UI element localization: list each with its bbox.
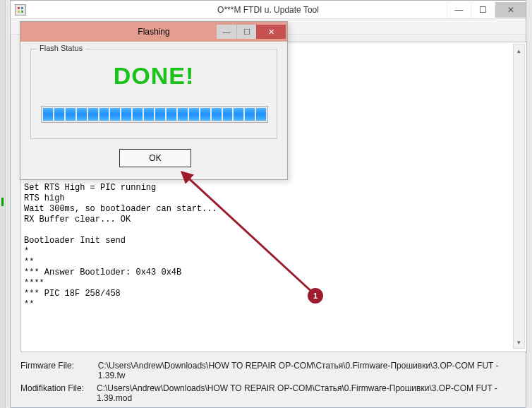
- annotation-badge: 1: [308, 288, 323, 304]
- svg-rect-1: [21, 7, 23, 9]
- progress-segment: [223, 108, 233, 121]
- progress-segment: [88, 108, 98, 121]
- progress-segment: [77, 108, 87, 121]
- firmware-file-path: C:\Users\Andrew\Downloads\HOW TO REPAIR …: [98, 361, 527, 380]
- taskbar-accent: [1, 198, 4, 206]
- progress-segment: [167, 108, 176, 121]
- flash-status-label: Flash Status: [37, 44, 85, 52]
- progress-segment: [66, 108, 75, 121]
- modification-file-path: C:\Users\Andrew\Downloads\HOW TO REPAIR …: [97, 383, 527, 403]
- progress-segment: [144, 108, 154, 121]
- progress-segment: [99, 108, 109, 121]
- progress-segment: [234, 108, 243, 121]
- progress-segment: [43, 108, 53, 121]
- progress-segment: [155, 108, 165, 121]
- progress-segment: [200, 108, 210, 121]
- flashing-dialog: Flashing — ☐ ✕ Flash Status DONE! OK: [20, 21, 288, 180]
- minimize-button[interactable]: —: [447, 2, 471, 18]
- firmware-file-label: Firmware File:: [20, 361, 98, 380]
- flash-status-group: Flash Status DONE!: [30, 49, 277, 139]
- maximize-button[interactable]: ☐: [471, 2, 495, 18]
- svg-rect-2: [18, 11, 20, 13]
- status-text: DONE!: [31, 62, 277, 90]
- dialog-title: Flashing: [20, 27, 287, 37]
- log-scrollbar[interactable]: ▴ ▾: [513, 44, 525, 349]
- progress-segment: [212, 108, 222, 121]
- progress-segment: [178, 108, 188, 121]
- progress-segment: [110, 108, 120, 121]
- progress-segment: [256, 108, 266, 121]
- progress-segment: [245, 108, 255, 121]
- progress-segment: [121, 108, 131, 121]
- main-titlebar[interactable]: O***M FTDI u. Update Tool — ☐ ✕: [11, 1, 526, 19]
- scroll-down-icon[interactable]: ▾: [514, 336, 524, 348]
- svg-rect-0: [18, 7, 20, 9]
- progress-bar: [41, 106, 268, 123]
- ok-button[interactable]: OK: [119, 149, 191, 167]
- progress-segment: [189, 108, 199, 121]
- progress-segment: [54, 108, 64, 121]
- footer: Firmware File: C:\Users\Andrew\Downloads…: [20, 358, 527, 403]
- scroll-up-icon[interactable]: ▴: [514, 44, 524, 56]
- svg-rect-3: [21, 11, 23, 13]
- modification-file-label: Modifikation File:: [20, 383, 97, 403]
- dialog-titlebar[interactable]: Flashing — ☐ ✕: [20, 22, 287, 42]
- app-icon: [15, 4, 26, 16]
- main-window-controls: — ☐ ✕: [447, 2, 526, 18]
- close-button[interactable]: ✕: [495, 2, 526, 18]
- progress-segment: [133, 108, 143, 121]
